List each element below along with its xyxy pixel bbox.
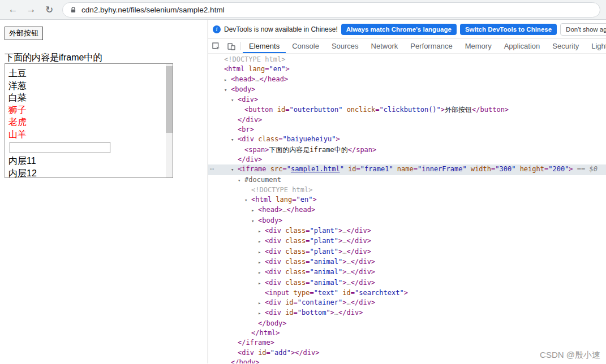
expand-arrow-right-icon[interactable]: ▸ bbox=[258, 298, 265, 308]
token-tag bbox=[515, 165, 519, 173]
address-bar[interactable]: cdn2.byhy.net/files/selenium/sample2.htm… bbox=[62, 2, 600, 18]
dom-tree-line[interactable]: ▸<div id="bottom">…</div> bbox=[208, 308, 606, 318]
dom-tree-line[interactable]: <!DOCTYPE html> bbox=[208, 185, 606, 195]
match-language-button[interactable]: Always match Chrome's language bbox=[341, 24, 457, 35]
tab-application[interactable]: Application bbox=[498, 39, 547, 53]
dom-tree-line[interactable]: ▸<head>…</head> bbox=[208, 205, 606, 215]
search-input[interactable] bbox=[10, 142, 110, 153]
token-attr: width bbox=[471, 165, 491, 173]
dom-tree-line[interactable]: ▾<html lang="en"> bbox=[208, 195, 606, 205]
dom-tree-line[interactable]: <html lang="en"> bbox=[208, 64, 606, 74]
expand-arrow-down-icon[interactable]: ▾ bbox=[224, 85, 231, 95]
token-gray: … bbox=[342, 237, 346, 245]
iframe-list-item: 白菜 bbox=[8, 92, 173, 104]
dom-tree-line[interactable]: </div> bbox=[208, 115, 606, 125]
dom-tree-line[interactable]: ▸<div class="plant">…</div> bbox=[208, 247, 606, 257]
token-tag: = bbox=[356, 165, 360, 173]
dom-tree-line[interactable]: <!DOCTYPE html> bbox=[208, 55, 606, 64]
dom-tree-line[interactable]: </body> bbox=[208, 319, 606, 328]
token-tag: </head> bbox=[287, 206, 316, 214]
dont-show-again-button[interactable]: Don't show again bbox=[560, 23, 606, 36]
dom-tree-line[interactable]: </iframe> bbox=[208, 338, 606, 348]
expand-arrow-down-icon[interactable]: ▾ bbox=[231, 165, 238, 175]
dom-tree-line[interactable]: ▸<div class="plant">…</div> bbox=[208, 226, 606, 236]
tab-performance[interactable]: Performance bbox=[404, 39, 458, 53]
token-tag: > bbox=[342, 279, 346, 287]
refresh-button[interactable]: ↻ bbox=[41, 2, 58, 18]
dom-tree-line[interactable]: <button id="outerbutton" onclick="clickb… bbox=[208, 105, 606, 115]
expand-arrow-right-icon[interactable]: ▸ bbox=[258, 248, 265, 257]
token-attr: class bbox=[285, 237, 306, 245]
expand-arrow-down-icon[interactable]: ▾ bbox=[231, 96, 238, 105]
outer-button[interactable]: 外部按钮 bbox=[5, 27, 43, 40]
inspect-element-icon[interactable] bbox=[208, 39, 224, 53]
forward-button[interactable]: → bbox=[23, 2, 40, 18]
tab-memory[interactable]: Memory bbox=[459, 39, 498, 53]
expand-arrow-down-icon[interactable]: ▾ bbox=[238, 176, 244, 185]
dom-tree-line[interactable]: <input type="text" id="searchtext"> bbox=[208, 288, 606, 298]
token-tag: <div bbox=[238, 349, 258, 357]
token-tag: </div> bbox=[238, 155, 262, 163]
expand-arrow-right-icon[interactable]: ▸ bbox=[258, 279, 265, 288]
token-val: "clickbutton()" bbox=[379, 106, 440, 114]
token-plain: 下面的内容是iframe中的 bbox=[269, 146, 347, 154]
tab-sources[interactable]: Sources bbox=[325, 39, 365, 53]
expand-arrow-right-icon[interactable]: ▸ bbox=[258, 309, 265, 318]
tab-security[interactable]: Security bbox=[546, 39, 585, 53]
tab-lighthouse[interactable]: Lighthouse bbox=[585, 39, 606, 53]
lock-icon bbox=[70, 6, 77, 14]
browser-toolbar: ← → ↻ cdn2.byhy.net/files/selenium/sampl… bbox=[0, 0, 606, 20]
dom-tree-line[interactable]: ▾#document bbox=[208, 175, 606, 185]
dom-tree-line[interactable]: ▾<div> bbox=[208, 95, 606, 105]
dom-tree-line[interactable]: </html> bbox=[208, 328, 606, 338]
token-gray: … bbox=[334, 309, 338, 317]
token-tag: > bbox=[441, 106, 445, 114]
expand-arrow-down-icon[interactable]: ▾ bbox=[251, 216, 258, 226]
dom-tree-line[interactable]: ▾<div class="baiyueheiyu"> bbox=[208, 135, 606, 145]
dom-tree-line[interactable]: <span>下面的内容是iframe中的</span> bbox=[208, 145, 606, 155]
expand-arrow-right-icon[interactable]: ▸ bbox=[224, 75, 231, 85]
more-actions-dots-icon: ⋯ bbox=[210, 164, 214, 174]
token-attr: height bbox=[520, 165, 544, 173]
main-area: 外部按钮 下面的内容是iframe中的 土豆洋葱白菜狮子老虎山羊 内层11内层1… bbox=[0, 20, 606, 363]
dom-tree-line[interactable]: ▾<body> bbox=[208, 85, 606, 95]
switch-to-chinese-button[interactable]: Switch DevTools to Chinese bbox=[460, 24, 557, 35]
dom-tree-line[interactable]: <br> bbox=[208, 125, 606, 135]
expand-arrow-right-icon[interactable]: ▸ bbox=[251, 206, 258, 215]
token-tag: <div bbox=[265, 309, 285, 317]
token-tag: <iframe bbox=[238, 165, 270, 173]
back-button[interactable]: ← bbox=[5, 2, 22, 18]
infobar-message: DevTools is now available in Chinese! bbox=[224, 25, 338, 33]
dom-tree-line[interactable]: ▸<head>…</head> bbox=[208, 75, 606, 85]
dom-tree-line[interactable]: ▾<body> bbox=[208, 216, 606, 226]
token-tag: = bbox=[310, 289, 313, 297]
expand-arrow-down-icon[interactable]: ▾ bbox=[231, 135, 238, 145]
token-tag: <div bbox=[265, 298, 285, 306]
dom-tree: <!DOCTYPE html><html lang="en">▸<head>…<… bbox=[208, 54, 606, 363]
token-tag: > bbox=[342, 298, 346, 306]
token-doc: #document bbox=[244, 176, 281, 184]
scrollbar-thumb[interactable] bbox=[166, 66, 173, 133]
tab-console[interactable]: Console bbox=[286, 39, 325, 53]
iframe-content: 土豆洋葱白菜狮子老虎山羊 内层11内层12 bbox=[5, 64, 173, 178]
dom-tree-line[interactable]: ▸<div class="animal">…</div> bbox=[208, 278, 606, 288]
token-tag: </div> bbox=[351, 258, 375, 266]
tab-elements[interactable]: Elements bbox=[243, 39, 286, 53]
dom-tree-line[interactable]: ▸<div class="animal">…</div> bbox=[208, 267, 606, 278]
expand-arrow-down-icon[interactable]: ▾ bbox=[244, 196, 251, 205]
dom-tree-line-selected[interactable]: ⋯▾<iframe src="sample1.html" id="frame1"… bbox=[208, 164, 606, 175]
dom-tree-line[interactable]: ▸<div id="container">…</div> bbox=[208, 298, 606, 308]
dom-tree-line[interactable]: </div> bbox=[208, 155, 606, 164]
iframe-item-list: 土豆洋葱白菜狮子老虎山羊 bbox=[8, 67, 173, 140]
token-tag: <div bbox=[265, 279, 285, 287]
expand-arrow-right-icon[interactable]: ▸ bbox=[258, 258, 265, 267]
expand-arrow-right-icon[interactable]: ▸ bbox=[258, 268, 265, 278]
tab-network[interactable]: Network bbox=[365, 39, 405, 53]
device-toolbar-icon[interactable] bbox=[224, 39, 239, 53]
dom-tree-line[interactable]: ▸<div class="plant">…</div> bbox=[208, 236, 606, 246]
expand-arrow-right-icon[interactable]: ▸ bbox=[258, 237, 265, 246]
expand-arrow-right-icon[interactable]: ▸ bbox=[258, 227, 265, 236]
dom-tree-line[interactable]: ▸<div class="animal">…</div> bbox=[208, 257, 606, 267]
iframe-list-item: 狮子 bbox=[8, 104, 173, 116]
iframe-scrollbar[interactable] bbox=[166, 64, 173, 177]
